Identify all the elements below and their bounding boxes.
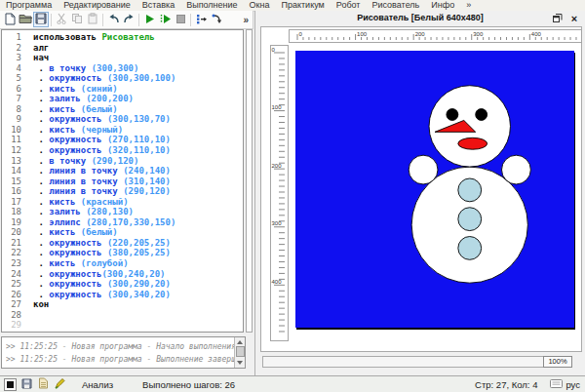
scroll-down-icon[interactable] xyxy=(237,361,243,365)
code-line: 4 . в точку (300,300) xyxy=(2,63,243,74)
button-bottom xyxy=(458,237,482,260)
svg-text:300: 300 xyxy=(272,220,283,226)
code-line: 11 . окружность (270,110,10) xyxy=(2,135,243,145)
run-play-icon xyxy=(143,13,156,27)
stop-button[interactable] xyxy=(173,12,188,27)
run-step-button[interactable] xyxy=(157,12,173,27)
button-top xyxy=(458,178,482,202)
status-mode-label: Анализ xyxy=(82,379,113,390)
code-line: 30 xyxy=(2,331,243,333)
paste-clipboard-icon xyxy=(87,13,98,26)
line-number: 10 xyxy=(2,125,21,136)
cut-button[interactable] xyxy=(54,12,69,27)
line-number: 8 xyxy=(2,104,21,115)
status-edit-button[interactable] xyxy=(53,377,66,391)
code-editor[interactable]: 1использовать Рисователь2алг3нач4 . в то… xyxy=(1,29,244,333)
step-over-icon xyxy=(195,13,208,27)
undo-button[interactable] xyxy=(105,12,121,27)
keyboard-layout-label: рус xyxy=(566,379,580,390)
code-line: 14 . линия в точку (240,140) xyxy=(2,166,243,176)
run-button[interactable] xyxy=(141,12,157,27)
code-line: 13 . в точку (290,120) xyxy=(2,156,243,167)
redo-button[interactable] xyxy=(121,12,136,27)
editor-vertical-scrollbar[interactable] xyxy=(246,29,253,333)
zoom-level: 100% xyxy=(543,356,572,368)
eye-right xyxy=(476,109,488,121)
hand-right xyxy=(502,155,531,184)
console-scrollbar[interactable] xyxy=(234,337,245,368)
toolbar-overflow-button[interactable]: » xyxy=(243,15,249,25)
toolbar-separator xyxy=(190,14,191,26)
line-number: 2 xyxy=(2,43,21,54)
code-line: 29 xyxy=(2,320,243,331)
step-into-button[interactable] xyxy=(209,12,224,27)
svg-text:300: 300 xyxy=(473,31,484,37)
painter-panel: Рисователь [Белый 640x480] × 01002003004… xyxy=(254,11,585,375)
mouth xyxy=(458,137,488,149)
line-number: 29 xyxy=(2,320,21,331)
code-line: 1использовать Рисователь xyxy=(2,32,243,43)
svg-text:400: 400 xyxy=(531,31,542,37)
code-line: 25 . окружность (300,290,20) xyxy=(2,279,243,290)
pen-icon xyxy=(54,377,65,391)
code-line: 23 . кисть (голубой) xyxy=(2,258,243,269)
scrollbar-thumb[interactable] xyxy=(236,346,245,357)
undo-arrow-icon xyxy=(107,13,120,27)
hand-left xyxy=(409,155,438,184)
code-line: 2алг xyxy=(2,43,243,54)
painter-close-button[interactable]: × xyxy=(568,13,580,24)
copy-button[interactable] xyxy=(69,12,85,27)
button-middle xyxy=(458,208,482,231)
line-number: 14 xyxy=(2,166,21,176)
keyboard-layout-button[interactable] xyxy=(549,377,563,391)
line-number: 3 xyxy=(2,53,21,63)
document-icon xyxy=(38,377,49,391)
line-number: 6 xyxy=(2,84,21,95)
horizontal-ruler: 0100200300400 xyxy=(289,29,582,43)
line-number: 28 xyxy=(2,310,21,321)
code-line: 24 . окружность(300,240,20) xyxy=(2,269,243,280)
line-number: 11 xyxy=(2,135,21,145)
copy-icon xyxy=(71,13,83,26)
toolbar: » xyxy=(0,11,254,29)
painter-restore-button[interactable] xyxy=(552,13,564,24)
scroll-up-icon[interactable] xyxy=(237,340,243,344)
run-step-icon xyxy=(159,13,172,27)
save-button[interactable] xyxy=(33,12,49,27)
line-number: 17 xyxy=(2,197,21,208)
new-file-button[interactable] xyxy=(2,12,18,27)
line-number: 25 xyxy=(2,279,21,290)
line-number: 15 xyxy=(2,176,21,187)
line-number: 23 xyxy=(2,258,21,269)
line-number: 26 xyxy=(2,290,21,300)
svg-text:200: 200 xyxy=(272,163,283,169)
mode-square-icon xyxy=(4,378,17,391)
keyboard-icon xyxy=(550,379,563,390)
console-line: >> 11:25:25 - Новая программа - Начало в… xyxy=(6,340,241,353)
kumir-window: ПрограммаРедактированиеВставкаВыполнение… xyxy=(0,0,585,392)
line-number: 21 xyxy=(2,238,21,249)
redo-arrow-icon xyxy=(123,13,136,27)
run-mode-button[interactable] xyxy=(3,377,17,391)
restore-window-icon xyxy=(553,13,563,24)
step-into-icon xyxy=(211,13,223,27)
painter-horizontal-scrollbar[interactable] xyxy=(262,356,567,368)
cursor-position-label: Стр: 27, Кол: 4 xyxy=(475,379,537,390)
step-over-button[interactable] xyxy=(193,12,209,27)
status-save-button[interactable] xyxy=(20,377,33,391)
stop-square-icon xyxy=(175,13,187,27)
drawing-canvas xyxy=(295,51,574,328)
line-number: 4 xyxy=(2,63,21,74)
vertical-ruler: 0100200300400 xyxy=(270,45,289,341)
svg-text:0: 0 xyxy=(272,47,276,53)
code-line: 21 . окружность (220,205,25) xyxy=(2,238,243,249)
status-steps-label: Выполнено шагов: 26 xyxy=(142,379,235,390)
toolbar-separator xyxy=(51,14,52,26)
svg-text:400: 400 xyxy=(272,279,283,285)
save-floppy-icon xyxy=(35,13,47,26)
code-line: 9 . окружность (300,130,70) xyxy=(2,114,243,125)
paste-button[interactable] xyxy=(85,12,100,27)
code-line: 8 . кисть (белый) xyxy=(2,104,243,115)
status-document-button[interactable] xyxy=(36,377,50,391)
open-file-button[interactable] xyxy=(18,12,33,27)
